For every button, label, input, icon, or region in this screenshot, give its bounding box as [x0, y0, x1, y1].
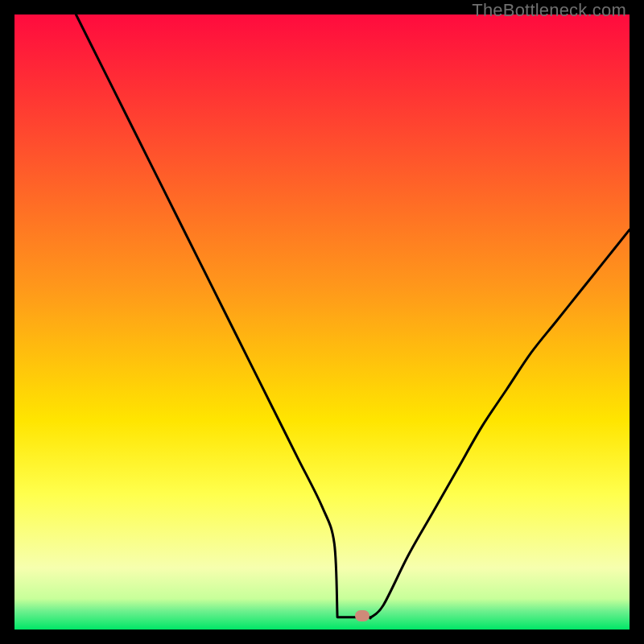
bottleneck-chart	[14, 14, 630, 630]
chart-frame	[14, 14, 630, 630]
optimum-marker	[355, 610, 369, 621]
watermark-text: TheBottleneck.com	[472, 0, 626, 21]
gradient-background	[14, 14, 630, 630]
